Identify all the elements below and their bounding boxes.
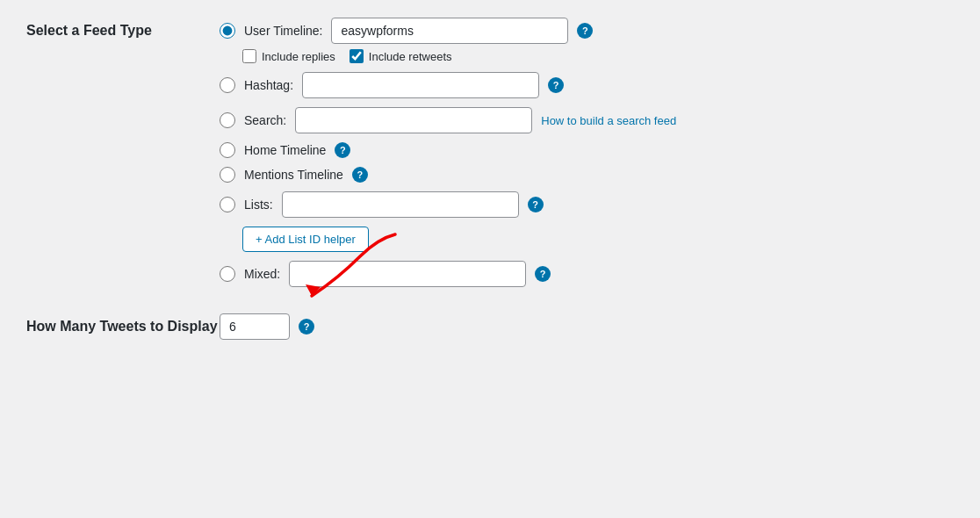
hashtag-help-icon[interactable]: ? [548,77,564,93]
user-timeline-radio[interactable] [220,23,235,39]
include-replies-label: Include replies [262,50,335,63]
mentions-timeline-label: Mentions Timeline [244,168,343,182]
lists-input[interactable] [282,191,519,218]
user-timeline-suboptions: Include replies Include retweets [242,49,954,63]
home-timeline-radio[interactable] [220,142,235,158]
mixed-input[interactable] [289,261,526,287]
add-list-id-button[interactable]: + Add List ID helper [242,227,369,252]
hashtag-row: Hashtag: ? [220,72,954,98]
mentions-timeline-radio[interactable] [220,167,235,183]
mixed-radio[interactable] [220,266,235,282]
feed-options-col: User Timeline: ? Include replies Include… [220,18,954,296]
mixed-row: Mixed: ? [220,261,954,287]
include-replies-checkbox[interactable] [242,49,256,63]
user-timeline-label: User Timeline: [244,24,322,38]
hashtag-input[interactable] [302,72,539,98]
feed-type-section: Select a Feed Type User Timeline: ? Incl… [26,18,954,296]
user-timeline-row: User Timeline: ? Include replies Include… [220,18,954,63]
search-label: Search: [244,113,286,127]
tweets-count-help-icon[interactable]: ? [299,319,314,335]
lists-help-icon[interactable]: ? [528,197,544,212]
lists-radio[interactable] [220,197,235,212]
lists-label: Lists: [244,198,273,212]
include-replies-checkbox-wrap[interactable]: Include replies [242,49,335,63]
hashtag-radio[interactable] [220,77,235,93]
tweets-display-section: How Many Tweets to Display ? [26,313,954,340]
how-to-search-feed-link[interactable]: How to build a search feed [541,114,676,127]
hashtag-label: Hashtag: [244,78,293,92]
home-timeline-help-icon[interactable]: ? [335,142,350,158]
mixed-help-icon[interactable]: ? [535,266,551,282]
lists-row: Lists: ? + Add List ID helper [220,191,954,252]
user-timeline-help-icon[interactable]: ? [577,23,593,39]
include-retweets-checkbox-wrap[interactable]: Include retweets [349,49,452,63]
home-timeline-row: Home Timeline ? [220,142,954,158]
include-retweets-label: Include retweets [369,50,452,63]
add-list-btn-row: + Add List ID helper [220,223,954,252]
mentions-timeline-help-icon[interactable]: ? [352,167,368,183]
include-retweets-checkbox[interactable] [349,49,364,63]
section-title: Select a Feed Type [26,23,220,39]
search-row: Search: How to build a search feed [220,107,954,133]
tweets-display-label: How Many Tweets to Display [26,319,220,335]
lists-top: Lists: ? [220,191,954,218]
user-timeline-top: User Timeline: ? [220,18,954,44]
mixed-label: Mixed: [244,267,280,281]
tweets-count-input[interactable] [220,313,290,340]
user-timeline-input[interactable] [331,18,568,44]
tweets-display-input-col: ? [220,313,314,340]
search-radio[interactable] [220,112,235,128]
search-input[interactable] [295,107,532,133]
home-timeline-label: Home Timeline [244,143,326,157]
section-title-col: Select a Feed Type [26,18,220,296]
mentions-timeline-row: Mentions Timeline ? [220,167,954,183]
